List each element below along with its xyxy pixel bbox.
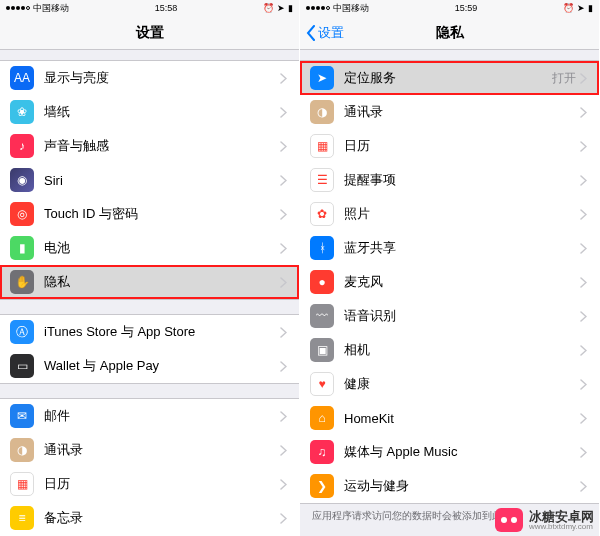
siri-icon: ◉ [10,168,34,192]
battery-icon: ▮ [288,3,293,13]
alarm-icon: ⏰ [263,3,274,13]
row-contacts[interactable]: ◑通讯录 [300,95,599,129]
wallpaper-icon: ❀ [10,100,34,124]
row-label: iTunes Store 与 App Store [44,323,280,341]
row-calendar[interactable]: ▦日历 [0,467,299,501]
row-wallpaper[interactable]: ❀墙纸 [0,95,299,129]
mail-icon: ✉ [10,404,34,428]
chevron-right-icon [580,209,587,220]
chevron-right-icon [280,327,287,338]
touchid-icon: ◎ [10,202,34,226]
chevron-right-icon [580,379,587,390]
row-bluetooth[interactable]: ᚼ蓝牙共享 [300,231,599,265]
row-label: 邮件 [44,407,280,425]
calendar-icon: ▦ [10,472,34,496]
row-label: 备忘录 [44,509,280,527]
row-label: 电池 [44,239,280,257]
row-label: 定位服务 [344,69,552,87]
watermark-text: 冰糖安卓网 [529,510,594,523]
carrier-label: 中国移动 [33,2,69,15]
row-display[interactable]: AA显示与亮度 [0,61,299,95]
row-label: 日历 [344,137,580,155]
row-label: 声音与触感 [44,137,280,155]
chevron-right-icon [280,107,287,118]
row-label: 照片 [344,205,580,223]
chevron-right-icon [580,175,587,186]
row-label: 健康 [344,375,580,393]
row-speech[interactable]: 〰语音识别 [300,299,599,333]
calendar-icon: ▦ [310,134,334,158]
row-health[interactable]: ♥健康 [300,367,599,401]
row-label: 日历 [44,475,280,493]
row-reminders[interactable]: ☰提醒事项 [300,163,599,197]
row-battery[interactable]: ▮电池 [0,231,299,265]
row-photos[interactable]: ✿照片 [300,197,599,231]
chevron-right-icon [280,361,287,372]
row-siri[interactable]: ◉Siri [0,163,299,197]
row-wallet[interactable]: ▭Wallet 与 Apple Pay [0,349,299,383]
back-label: 设置 [318,24,344,42]
music-icon: ♫ [310,440,334,464]
chevron-right-icon [580,481,587,492]
row-label: 语音识别 [344,307,580,325]
row-label: 提醒事项 [344,171,580,189]
row-notes[interactable]: ≡备忘录 [0,501,299,535]
chevron-right-icon [280,411,287,422]
row-location[interactable]: ➤定位服务打开 [300,61,599,95]
back-button[interactable]: 设置 [306,24,344,42]
appstore-icon: Ⓐ [10,320,34,344]
row-mic[interactable]: ●麦克风 [300,265,599,299]
row-motion[interactable]: ❯运动与健身 [300,469,599,503]
chevron-right-icon [580,447,587,458]
row-privacy[interactable]: ✋隐私 [0,265,299,299]
notes-icon: ≡ [10,506,34,530]
row-calendar[interactable]: ▦日历 [300,129,599,163]
health-icon: ♥ [310,372,334,396]
chevron-right-icon [280,277,287,288]
nav-bar: 设置 隐私 [300,16,599,50]
page-title: 设置 [136,24,164,42]
row-label: 相机 [344,341,580,359]
settings-list[interactable]: AA显示与亮度❀墙纸♪声音与触感◉Siri◎Touch ID 与密码▮电池✋隐私… [0,50,299,536]
privacy-screen: 中国移动 15:59 ⏰ ➤ ▮ 设置 隐私 ➤定位服务打开◑通讯录▦日历☰提醒… [300,0,600,536]
chevron-right-icon [580,311,587,322]
carrier-label: 中国移动 [333,2,369,15]
row-label: 通讯录 [44,441,280,459]
chevron-right-icon [280,513,287,524]
mic-icon: ● [310,270,334,294]
camera-icon: ▣ [310,338,334,362]
settings-screen: 中国移动 15:58 ⏰ ➤ ▮ 设置 AA显示与亮度❀墙纸♪声音与触感◉Sir… [0,0,300,536]
page-title: 隐私 [436,24,464,42]
row-contacts[interactable]: ◑通讯录 [0,433,299,467]
contacts-icon: ◑ [310,100,334,124]
row-camera[interactable]: ▣相机 [300,333,599,367]
chevron-right-icon [580,345,587,356]
row-music[interactable]: ♫媒体与 Apple Music [300,435,599,469]
location-icon: ➤ [310,66,334,90]
row-mail[interactable]: ✉邮件 [0,399,299,433]
row-sound[interactable]: ♪声音与触感 [0,129,299,163]
row-label: 显示与亮度 [44,69,280,87]
location-status-icon: ➤ [277,3,285,13]
row-homekit[interactable]: ⌂HomeKit [300,401,599,435]
row-label: Siri [44,173,280,188]
chevron-right-icon [580,73,587,84]
battery-icon: ▮ [10,236,34,260]
homekit-icon: ⌂ [310,406,334,430]
row-appstore[interactable]: ⒶiTunes Store 与 App Store [0,315,299,349]
chevron-right-icon [280,73,287,84]
speech-icon: 〰 [310,304,334,328]
motion-icon: ❯ [310,474,334,498]
watermark: 冰糖安卓网 www.btxtdmy.com [495,508,594,532]
watermark-logo-icon [495,508,523,532]
alarm-icon: ⏰ [563,3,574,13]
row-label: 隐私 [44,273,280,291]
nav-bar: 设置 [0,16,299,50]
row-touchid[interactable]: ◎Touch ID 与密码 [0,197,299,231]
chevron-right-icon [280,479,287,490]
bluetooth-icon: ᚼ [310,236,334,260]
location-status-icon: ➤ [577,3,585,13]
privacy-list[interactable]: ➤定位服务打开◑通讯录▦日历☰提醒事项✿照片ᚼ蓝牙共享●麦克风〰语音识别▣相机♥… [300,50,599,536]
row-label: HomeKit [344,411,580,426]
watermark-url: www.btxtdmy.com [529,523,594,531]
